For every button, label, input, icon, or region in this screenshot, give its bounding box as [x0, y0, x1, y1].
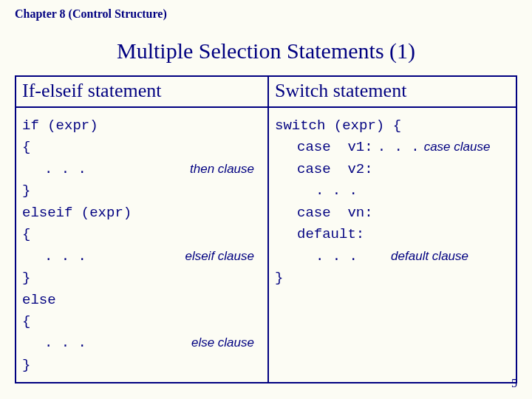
code-dots: . . . — [373, 137, 420, 158]
code-line: { — [22, 224, 30, 245]
code-line: default: — [275, 224, 364, 245]
code-line: . . . — [275, 180, 358, 202]
code-line: . . . — [22, 159, 155, 180]
code-line: switch (expr) { — [275, 115, 401, 137]
code-line: . . . — [22, 246, 155, 267]
table-body-row: if (expr) { . . . then clause } elseif (… — [16, 108, 516, 382]
slide-title: Multiple Selection Statements (1) — [0, 38, 532, 64]
code-line: { — [22, 137, 30, 158]
table-header-row: If-elseif statement Switch statement — [16, 77, 516, 108]
annotation-else: else clause — [191, 333, 262, 352]
code-line: else — [22, 290, 56, 311]
code-line: . . . — [275, 246, 358, 267]
annotation-then: then clause — [190, 160, 262, 179]
code-line: . . . — [22, 332, 155, 354]
col-head-left: If-elseif statement — [16, 77, 269, 108]
slide: Chapter 8 (Control Structure) Multiple S… — [0, 0, 532, 399]
code-line: } — [22, 267, 30, 289]
code-line: case v1: — [275, 137, 373, 158]
annotation-default: default clause — [391, 247, 468, 266]
annotation-case: case clause — [420, 137, 491, 157]
code-line: } — [22, 355, 30, 376]
code-line: case v2: — [275, 159, 373, 180]
code-line: } — [22, 180, 30, 202]
code-line: elseif (expr) — [22, 202, 132, 224]
code-line: case vn: — [275, 202, 373, 224]
annotation-elseif: elseif clause — [185, 247, 262, 266]
if-elseif-cell: if (expr) { . . . then clause } elseif (… — [16, 108, 269, 382]
code-line: { — [22, 311, 30, 332]
code-line: if (expr) — [22, 115, 98, 137]
chapter-label: Chapter 8 (Control Structure) — [15, 7, 167, 21]
code-line: } — [275, 267, 283, 289]
switch-cell: switch (expr) { case v1: . . . case clau… — [269, 108, 516, 382]
comparison-table: If-elseif statement Switch statement if … — [15, 75, 517, 383]
page-number: 5 — [511, 377, 517, 390]
col-head-right: Switch statement — [269, 77, 516, 108]
